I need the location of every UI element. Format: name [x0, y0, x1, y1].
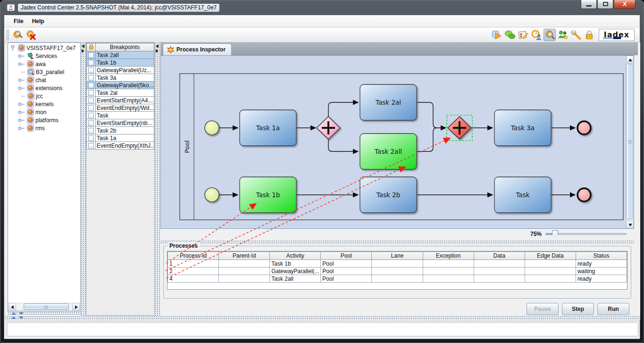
breakpoint-checkbox[interactable] — [88, 128, 94, 134]
collapsed-handle-icon[interactable] — [18, 86, 25, 91]
tree-item-b3-parallel[interactable]: B3_parallel — [9, 68, 79, 76]
breakpoint-checkbox[interactable] — [88, 75, 94, 81]
menu-help[interactable]: Help — [28, 17, 49, 26]
expand-up-icon[interactable] — [11, 317, 16, 319]
scroll-up-button[interactable] — [626, 56, 634, 63]
run-button[interactable]: Run — [597, 303, 629, 315]
breakpoint-row[interactable]: GatewayParallel(5ko... — [87, 82, 154, 89]
breakpoints-header[interactable]: Breakpoints — [96, 43, 154, 51]
breakpoint-row[interactable]: Task 2b — [87, 127, 154, 134]
tree-item-jcc[interactable]: jcc — [9, 92, 79, 100]
tree-item-rms[interactable]: rms — [9, 124, 79, 132]
breakpoint-checkbox[interactable] — [88, 135, 94, 141]
menu-file[interactable]: File — [9, 17, 28, 26]
tree-item-platforms[interactable]: platforms — [9, 116, 79, 124]
collapsed-handle-icon[interactable] — [18, 118, 25, 123]
tab-process-inspector[interactable]: Process Inspector — [163, 43, 232, 55]
tree-item-extensions[interactable]: extensions — [9, 84, 79, 92]
breakpoint-checkbox[interactable] — [88, 113, 94, 118]
breakpoint-row[interactable]: Task 3a — [87, 74, 154, 82]
end-event-bottom[interactable] — [577, 188, 591, 201]
scroll-down-button[interactable] — [626, 221, 634, 228]
collapse-left-icon[interactable] — [156, 44, 159, 48]
bpmn-task-1a[interactable]: Task 1a — [240, 110, 296, 146]
collapse-down-icon[interactable] — [19, 317, 24, 319]
bpmn-task-1b[interactable]: Task 1b — [240, 177, 296, 213]
toolbar-grip[interactable] — [6, 29, 9, 41]
breakpoint-checkbox[interactable] — [88, 98, 94, 103]
process-row[interactable]: 4 Task 2all Pool ready — [168, 275, 627, 283]
bpmn-task-2b[interactable]: Task 2b — [360, 177, 417, 213]
breakpoint-checkbox[interactable] — [88, 120, 94, 126]
scrollbar-thumb[interactable] — [24, 303, 69, 310]
breakpoint-row[interactable]: EventStartEmpty(A4... — [87, 97, 154, 104]
conversation-plugin-button[interactable] — [504, 29, 516, 41]
scroll-left-button[interactable] — [8, 303, 16, 310]
diagram-vertical-scrollbar[interactable] — [626, 56, 634, 228]
tree-item-chat[interactable]: chat — [9, 76, 79, 84]
breakpoints-inspector-divider[interactable] — [155, 42, 160, 316]
start-event-bottom[interactable] — [205, 188, 219, 202]
column-header[interactable]: Pool — [321, 252, 372, 260]
collapse-left-icon[interactable] — [82, 44, 84, 48]
bpmn-task[interactable]: Task — [494, 177, 551, 213]
pause-button[interactable]: Pause — [527, 303, 559, 315]
collapsed-handle-icon[interactable] — [18, 62, 25, 67]
step-button[interactable]: Step — [562, 303, 594, 315]
bpmn-gateway-split[interactable] — [317, 117, 340, 139]
breakpoint-row[interactable]: Task 2al — [87, 89, 154, 97]
minimize-button[interactable] — [581, 0, 597, 9]
expand-right-icon[interactable] — [156, 49, 159, 53]
breakpoint-checkbox[interactable] — [88, 90, 94, 96]
end-event-top[interactable] — [577, 121, 591, 134]
close-button[interactable]: X — [614, 0, 636, 9]
jadex-logo[interactable]: Jadex — [599, 29, 635, 41]
simulation-plugin-button[interactable] — [557, 29, 569, 41]
column-header[interactable]: Parent-Id — [219, 252, 270, 260]
process-row[interactable]: 2 GatewayParallel(... Pool waiting — [168, 268, 627, 275]
bpmn-task-2al[interactable]: Task 2al — [360, 84, 417, 120]
breakpoint-row[interactable]: EventEndEmpty(XthJ... — [87, 142, 154, 150]
start-event-top[interactable] — [205, 121, 219, 135]
tree-split-divider[interactable] — [8, 311, 81, 316]
bpmn-gateway-join-selected[interactable] — [447, 115, 472, 141]
collapse-down-icon[interactable] — [19, 312, 24, 315]
scrollbar-track[interactable] — [626, 63, 634, 221]
breakpoint-checkbox[interactable] — [88, 105, 94, 111]
breakpoint-row[interactable]: EventEndEmpty(/Wd... — [87, 104, 154, 112]
zoom-slider[interactable] — [545, 230, 627, 238]
settings-plugin-button[interactable] — [570, 29, 582, 41]
breakpoint-checkbox[interactable] — [88, 143, 94, 149]
collapsed-handle-icon[interactable] — [18, 110, 25, 115]
scrollbar-track[interactable] — [16, 303, 72, 310]
inspector-processes-divider[interactable] — [160, 240, 634, 244]
breakpoint-row[interactable]: Task 1b — [87, 59, 154, 67]
remove-platform-button[interactable] — [25, 29, 37, 41]
breakpoint-row[interactable]: EventStartEmpty(nb... — [87, 119, 154, 127]
add-platform-button[interactable] — [11, 29, 24, 41]
collapsed-handle-icon[interactable] — [18, 54, 25, 59]
debugger-plugin-button[interactable] — [544, 29, 556, 41]
scroll-right-button[interactable] — [72, 303, 80, 310]
tree-item-awa[interactable]: awa — [9, 60, 79, 68]
tree-breakpoints-divider[interactable] — [81, 42, 86, 316]
breakpoint-row[interactable]: Task 1a — [87, 134, 154, 142]
tree-item-mon[interactable]: mon — [9, 108, 79, 116]
starter-plugin-button[interactable] — [491, 29, 503, 41]
column-header[interactable]: Exception — [423, 252, 474, 260]
awareness-plugin-button[interactable] — [530, 29, 543, 41]
breakpoint-checkbox[interactable] — [88, 60, 94, 66]
breakpoint-row[interactable]: Task — [87, 112, 154, 119]
tree-root-platform[interactable]: VSISSTAFF17_0e7 — [9, 44, 79, 52]
test-center-plugin-button[interactable] — [517, 29, 529, 41]
tree-horizontal-scrollbar[interactable] — [8, 303, 80, 310]
bpmn-task-2all[interactable]: Task 2all — [360, 134, 417, 169]
tree-item-services[interactable]: Services — [9, 52, 79, 60]
collapsed-handle-icon[interactable] — [18, 78, 25, 83]
column-header[interactable]: Activity — [270, 252, 321, 260]
scrollbar-thumb[interactable] — [626, 64, 633, 219]
status-split-divider[interactable] — [5, 316, 640, 320]
tree-item-kernels[interactable]: kernels — [9, 100, 79, 108]
breakpoint-checkbox[interactable] — [88, 67, 94, 73]
maximize-button[interactable] — [597, 0, 613, 9]
